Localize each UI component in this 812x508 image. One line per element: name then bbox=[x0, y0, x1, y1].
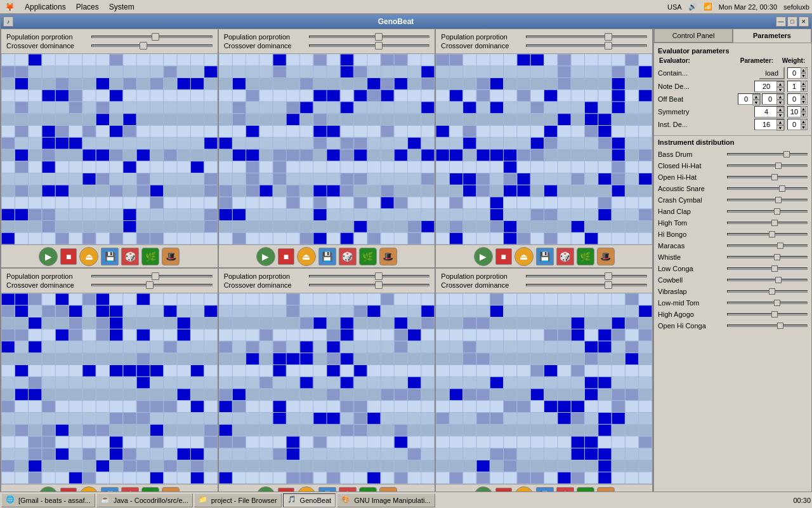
stop-button-1[interactable]: ■ bbox=[60, 248, 77, 265]
inst-slider-14[interactable] bbox=[727, 313, 808, 316]
taskbar-item-3[interactable]: 🎵GenoBeat bbox=[283, 493, 336, 507]
eval-offbeat-param1[interactable]: ▲ ▼ bbox=[738, 93, 761, 105]
inst-slider-11[interactable] bbox=[727, 279, 808, 281]
offbeat-weight-down[interactable]: ▼ bbox=[801, 99, 806, 105]
play-button-2[interactable]: ▶ bbox=[256, 247, 275, 266]
menu-places[interactable]: Places bbox=[74, 1, 102, 13]
inst-slider-10[interactable] bbox=[727, 267, 808, 270]
menu-system[interactable]: System bbox=[107, 1, 137, 13]
contain-weight-input[interactable] bbox=[788, 69, 801, 77]
symmetry-weight-input[interactable] bbox=[788, 108, 801, 116]
play-button-1[interactable]: ▶ bbox=[39, 247, 58, 266]
pop-slider-4[interactable] bbox=[91, 275, 213, 277]
eject-button-1[interactable]: ⏏ bbox=[79, 247, 98, 266]
pop-slider-6[interactable] bbox=[526, 275, 647, 277]
play-button-3[interactable]: ▶ bbox=[474, 247, 493, 266]
app-menu[interactable]: 🦊 Applications Places System bbox=[3, 1, 137, 13]
tab-parameters[interactable]: Parameters bbox=[733, 29, 811, 43]
save-button-3[interactable]: 💾 bbox=[536, 248, 554, 265]
dice-button-3[interactable]: 🎲 bbox=[556, 248, 574, 265]
tab-control-panel[interactable]: Control Panel bbox=[654, 29, 733, 43]
inst-slider-12[interactable] bbox=[727, 290, 808, 293]
eject-button-2[interactable]: ⏏ bbox=[297, 247, 316, 266]
instde-param-down[interactable]: ▼ bbox=[776, 125, 784, 131]
cross-slider-3[interactable] bbox=[526, 44, 647, 47]
eval-offbeat-param2[interactable]: ▲ ▼ bbox=[762, 93, 785, 105]
maximize-button[interactable]: □ bbox=[787, 17, 797, 27]
network-icon[interactable]: 📶 bbox=[704, 3, 712, 11]
pop-slider-5[interactable] bbox=[309, 275, 430, 277]
instde-param-up[interactable]: ▲ bbox=[776, 119, 784, 125]
beat-grid-4[interactable] bbox=[1, 293, 218, 484]
instde-param-input[interactable] bbox=[755, 121, 778, 128]
notede-param-up[interactable]: ▲ bbox=[776, 81, 784, 87]
load-button[interactable]: load bbox=[759, 67, 785, 79]
hat-button-1[interactable]: 🎩 bbox=[162, 248, 180, 265]
beat-grid-2[interactable] bbox=[219, 54, 435, 244]
hat-button-3[interactable]: 🎩 bbox=[597, 248, 615, 265]
pop-slider[interactable] bbox=[91, 36, 213, 38]
notede-weight-up[interactable]: ▲ bbox=[801, 81, 806, 86]
window-controls[interactable]: — □ ✕ bbox=[776, 17, 809, 27]
green-button-1[interactable]: 🌿 bbox=[141, 248, 159, 265]
pop-slider-2[interactable] bbox=[309, 36, 430, 38]
contain-weight-up[interactable]: ▲ bbox=[801, 67, 806, 73]
cross-slider-6[interactable] bbox=[526, 284, 647, 286]
beat-grid-3[interactable] bbox=[436, 54, 652, 244]
instde-weight-up[interactable]: ▲ bbox=[801, 119, 806, 124]
beat-grid-5[interactable] bbox=[219, 293, 435, 484]
inst-slider-4[interactable] bbox=[727, 199, 808, 201]
tab-bar[interactable]: Control Panel Parameters bbox=[654, 29, 811, 43]
inst-slider-1[interactable] bbox=[727, 164, 808, 167]
cross-slider-4[interactable] bbox=[91, 284, 213, 286]
offbeat-p2-up[interactable]: ▲ bbox=[776, 94, 784, 100]
taskbar-item-2[interactable]: 📁project - File Browser bbox=[194, 493, 282, 507]
offbeat-weight-up[interactable]: ▲ bbox=[801, 93, 806, 99]
taskbar-item-0[interactable]: 🌐[Gmail - beats - assaf... bbox=[1, 493, 95, 507]
notede-weight-input[interactable] bbox=[788, 83, 801, 90]
cross-slider[interactable] bbox=[91, 44, 213, 47]
offbeat-param2-input[interactable] bbox=[763, 95, 778, 103]
offbeat-weight-input[interactable] bbox=[788, 95, 801, 103]
pop-slider-3[interactable] bbox=[526, 36, 647, 38]
notede-param-input[interactable] bbox=[755, 83, 778, 90]
inst-slider-0[interactable] bbox=[727, 153, 808, 156]
menu-applications[interactable]: Applications bbox=[22, 1, 69, 13]
beat-grid-1[interactable] bbox=[1, 54, 218, 244]
inst-slider-5[interactable] bbox=[727, 210, 808, 213]
symmetry-param-input[interactable] bbox=[755, 108, 778, 116]
offbeat-p2-down[interactable]: ▼ bbox=[776, 100, 784, 105]
symmetry-param-up[interactable]: ▲ bbox=[776, 107, 784, 112]
eval-instde-param[interactable]: ▲ ▼ bbox=[754, 119, 785, 130]
minimize-button[interactable]: — bbox=[776, 17, 786, 27]
offbeat-p1-up[interactable]: ▲ bbox=[752, 94, 760, 100]
volume-icon[interactable]: 🔊 bbox=[688, 3, 697, 11]
stop-button-3[interactable]: ■ bbox=[495, 248, 512, 265]
hat-button-2[interactable]: 🎩 bbox=[379, 248, 397, 265]
symmetry-param-down[interactable]: ▼ bbox=[776, 112, 784, 118]
eval-contain-weight[interactable]: ▲ ▼ bbox=[787, 67, 808, 79]
notede-param-down[interactable]: ▼ bbox=[776, 87, 784, 93]
save-button-2[interactable]: 💾 bbox=[318, 248, 336, 265]
eval-symmetry-weight[interactable]: ▲ ▼ bbox=[787, 106, 808, 117]
symmetry-weight-down[interactable]: ▼ bbox=[801, 112, 806, 117]
eval-offbeat-weight[interactable]: ▲ ▼ bbox=[787, 93, 808, 105]
dice-button-2[interactable]: 🎲 bbox=[339, 248, 357, 265]
dice-button-1[interactable]: 🎲 bbox=[121, 248, 139, 265]
green-button-2[interactable]: 🌿 bbox=[359, 248, 377, 265]
inst-slider-7[interactable] bbox=[727, 233, 808, 236]
taskbar-item-1[interactable]: ☕Java - Cocodrillo/src/e... bbox=[96, 493, 193, 507]
notede-weight-down[interactable]: ▼ bbox=[801, 86, 806, 92]
offbeat-param1-input[interactable] bbox=[738, 95, 754, 103]
instde-weight-input[interactable] bbox=[788, 121, 801, 128]
eject-button-3[interactable]: ⏏ bbox=[514, 247, 534, 266]
inst-slider-9[interactable] bbox=[727, 256, 808, 258]
eval-instde-weight[interactable]: ▲ ▼ bbox=[787, 119, 808, 130]
inst-slider-8[interactable] bbox=[727, 244, 808, 247]
instde-weight-down[interactable]: ▼ bbox=[801, 124, 806, 130]
taskbar-item-4[interactable]: 🎨GNU Image Manipulati... bbox=[337, 493, 435, 507]
symmetry-weight-up[interactable]: ▲ bbox=[801, 106, 806, 112]
inst-slider-13[interactable] bbox=[727, 302, 808, 304]
save-button-1[interactable]: 💾 bbox=[101, 248, 119, 265]
cross-slider-2[interactable] bbox=[309, 44, 430, 47]
